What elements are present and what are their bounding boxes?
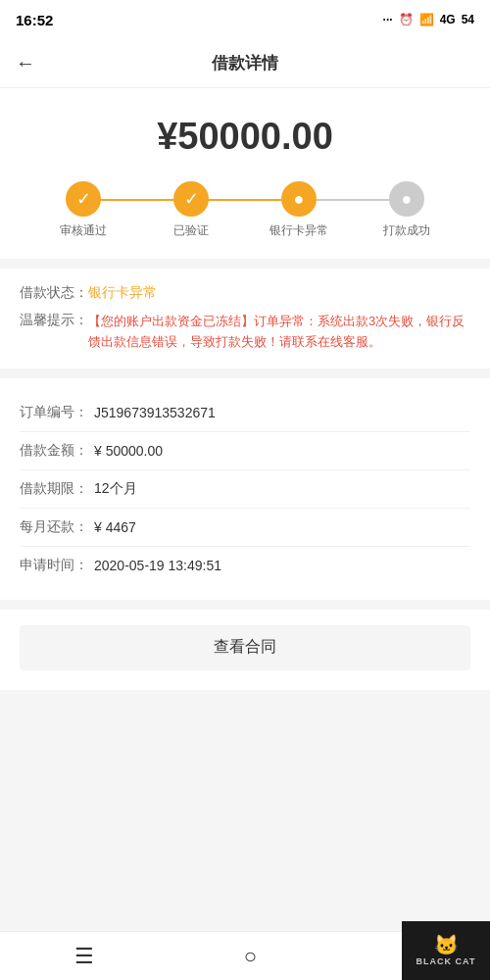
currency-symbol: ¥ [157,116,177,157]
apply-time-value: 2020-05-19 13:49:51 [94,558,221,573]
progress-steps: ✓ 审核通过 ✓ 已验证 ● 银行卡异常 ● 打款成功 [20,181,470,239]
order-number-label: 订单编号： [20,404,88,421]
signal-dots: ··· [383,13,393,26]
warning-label: 温馨提示： [20,312,88,329]
warning-text: 【您的账户出款资金已冻结】订单异常：系统出款3次失败，银行反馈出款信息错误，导致… [88,312,470,353]
loan-status-value: 银行卡异常 [88,284,157,302]
loan-amount-row: 借款金额： ¥ 50000.00 [20,432,470,470]
amount-card: ¥50000.00 ✓ 审核通过 ✓ 已验证 ● 银行卡异常 ● 打款成功 [0,88,490,259]
monthly-payment-row: 每月还款： ¥ 4467 [20,509,470,547]
step-3: ● 银行卡异常 [245,181,353,239]
battery-text: 54 [462,13,474,26]
step-4-circle: ● [389,181,424,217]
black-cat-watermark: 🐱 BLACK CAT [402,921,490,980]
view-contract-button[interactable]: 查看合同 [20,625,470,670]
network-type: 4G [440,13,456,26]
monthly-payment-label: 每月还款： [20,518,88,536]
step-2: ✓ 已验证 [137,181,245,239]
step-1-label: 审核通过 [60,222,107,239]
warning-row: 温馨提示： 【您的账户出款资金已冻结】订单异常：系统出款3次失败，银行反馈出款信… [20,312,470,353]
home-icon[interactable]: ○ [244,944,257,969]
loan-amount-label: 借款金额： [20,442,88,460]
back-button[interactable]: ← [16,52,35,74]
menu-icon[interactable]: ☰ [74,944,94,969]
loan-amount-value: ¥ 50000.00 [94,443,163,459]
step-4-label: 打款成功 [383,222,430,239]
loan-term-value: 12个月 [94,480,137,498]
alarm-icon: ⏰ [399,13,414,26]
contract-section: 查看合同 [0,610,490,690]
loan-amount: ¥50000.00 [20,116,470,158]
order-number-row: 订单编号： J519673913532671 [20,394,470,432]
step-3-label: 银行卡异常 [270,222,328,239]
status-info-card: 借款状态： 银行卡异常 温馨提示： 【您的账户出款资金已冻结】订单异常：系统出款… [0,269,490,368]
loan-status-row: 借款状态： 银行卡异常 [20,284,470,302]
loan-term-label: 借款期限： [20,480,88,498]
apply-time-row: 申请时间： 2020-05-19 13:49:51 [20,547,470,584]
cat-text: BLACK CAT [416,956,476,966]
apply-time-label: 申请时间： [20,557,88,574]
status-time: 16:52 [16,12,53,28]
step-2-circle: ✓ [173,181,209,217]
status-icons: ··· ⏰ 📶 4G 54 [383,13,474,26]
status-bar: 16:52 ··· ⏰ 📶 4G 54 [0,0,490,39]
loan-term-row: 借款期限： 12个月 [20,470,470,509]
loan-status-label: 借款状态： [20,284,88,302]
main-content: ¥50000.00 ✓ 审核通过 ✓ 已验证 ● 银行卡异常 ● 打款成功 [0,88,490,931]
order-number-value: J519673913532671 [94,405,216,420]
step-2-label: 已验证 [173,222,209,239]
step-1-circle: ✓ [66,181,101,217]
network-signal: 📶 [419,13,434,26]
page-header: ← 借款详情 [0,39,490,88]
page-title: 借款详情 [212,52,278,74]
step-1: ✓ 审核通过 [29,181,137,239]
step-4: ● 打款成功 [353,181,461,239]
detail-card: 订单编号： J519673913532671 借款金额： ¥ 50000.00 … [0,378,490,600]
step-3-circle: ● [281,181,317,217]
cat-icon: 🐱 [434,935,459,955]
monthly-payment-value: ¥ 4467 [94,519,136,535]
amount-value: 50000.00 [177,116,333,157]
